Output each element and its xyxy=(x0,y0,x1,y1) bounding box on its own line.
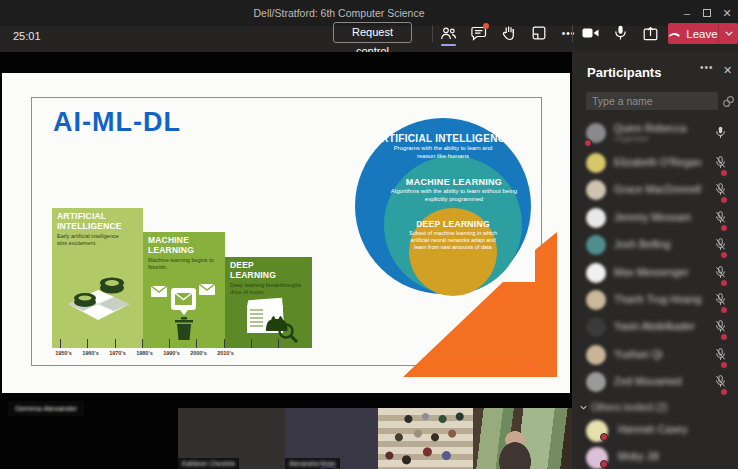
avatar xyxy=(586,153,606,173)
participant-row[interactable]: Grace MacDonnell xyxy=(586,177,726,203)
meeting-timer: 25:01 xyxy=(13,30,41,42)
tile-name-label: Alexandra Moss xyxy=(285,458,340,469)
status-badge xyxy=(720,388,728,396)
participants-panel: Participants ••• ✕ Quinn Rebecca Organis… xyxy=(572,52,738,469)
status-badge xyxy=(720,169,728,177)
avatar xyxy=(586,208,606,228)
status-badge xyxy=(720,361,728,369)
leave-label: Leave xyxy=(686,28,717,40)
participants-panel-title: Participants xyxy=(587,65,661,80)
video-filmstrip: +9 RD AC Kathleen Cheshire AM Alexandra … xyxy=(0,408,572,469)
mic-off-icon[interactable] xyxy=(715,266,726,279)
mic-off-icon[interactable] xyxy=(715,293,726,306)
invited-header-label: Others invited (2) xyxy=(591,402,668,413)
avatar xyxy=(586,235,606,255)
participant-name: Yasin Abdelkader xyxy=(614,320,695,332)
participants-close-icon[interactable]: ✕ xyxy=(723,64,732,77)
tile-am-name: Alexandra Moss xyxy=(289,460,336,467)
invited-section-header[interactable]: Others invited (2) xyxy=(580,402,668,413)
avatar xyxy=(586,372,606,392)
tile-ac-name: Kathleen Cheshire xyxy=(182,460,235,467)
participant-name: Grace MacDonnell xyxy=(614,183,701,195)
participant-name: Yushan Qi xyxy=(614,348,662,360)
participant-name: Hannah Casey xyxy=(618,423,687,435)
participant-name: Josh Belling xyxy=(614,238,671,250)
leave-button[interactable]: Leave xyxy=(668,23,738,44)
participant-name: Elizabeth O'Regan xyxy=(614,156,701,168)
participant-role: Organiser xyxy=(614,134,649,143)
participant-row[interactable]: Quinn Rebecca Organiser xyxy=(586,120,726,146)
participant-row[interactable]: Josh Belling xyxy=(586,232,726,258)
share-screen-icon[interactable] xyxy=(642,25,659,42)
tile-name-label: Kathleen Cheshire xyxy=(178,458,239,469)
mic-off-icon[interactable] xyxy=(715,238,726,251)
participant-name: Moby Jill xyxy=(618,450,659,462)
teams-meeting-window: Dell/Stratford: 6th Computer Science – ✕… xyxy=(0,0,738,469)
invited-row[interactable]: Hannah Casey xyxy=(586,417,726,443)
avatar xyxy=(586,263,606,283)
camera-icon[interactable] xyxy=(582,25,599,42)
leave-button-main[interactable]: Leave xyxy=(668,28,718,40)
shared-screen: AI-ML-DL ARTIFICIAL INTELLIGENCE Early a… xyxy=(2,73,570,393)
section-chevron-icon xyxy=(580,405,587,410)
breakout-rooms-icon[interactable] xyxy=(530,25,547,42)
more-options-icon[interactable]: ••• xyxy=(560,25,577,42)
status-badge xyxy=(720,196,728,204)
presenter-name: Gemma Alexander xyxy=(15,404,77,413)
participant-name: Thanh Trug Hoang xyxy=(614,293,702,305)
status-badge xyxy=(600,433,608,441)
participant-name: Zed Mouamed xyxy=(614,375,682,387)
participants-menu-icon[interactable]: ••• xyxy=(700,62,714,73)
status-badge xyxy=(720,333,728,341)
participant-row[interactable]: Thanh Trug Hoang xyxy=(586,287,726,313)
presentation-stage: AI-ML-DL ARTIFICIAL INTELLIGENCE Early a… xyxy=(0,52,572,469)
request-control-button[interactable]: Request control xyxy=(333,22,412,43)
presenter-name-label: Gemma Alexander xyxy=(8,401,84,416)
avatar xyxy=(586,345,606,365)
participant-row[interactable]: Yasin Abdelkader xyxy=(586,314,726,340)
chat-notification-dot xyxy=(483,23,489,29)
mic-off-icon[interactable] xyxy=(715,183,726,196)
toolbar-divider-2 xyxy=(572,25,573,42)
leave-options-chevron[interactable] xyxy=(719,31,738,36)
toolbar-icon-group: ••• xyxy=(440,22,577,44)
invited-row[interactable]: Moby Jill xyxy=(586,444,726,469)
hangup-icon xyxy=(668,31,681,37)
slide-boundary xyxy=(31,97,542,366)
microphone-icon[interactable] xyxy=(612,25,629,42)
mic-off-icon[interactable] xyxy=(715,348,726,361)
mic-on-icon[interactable] xyxy=(715,126,726,139)
chat-icon[interactable] xyxy=(470,25,487,42)
status-badge xyxy=(720,306,728,314)
raise-hand-icon[interactable] xyxy=(500,25,517,42)
participants-icon[interactable] xyxy=(440,25,457,42)
mic-off-icon[interactable] xyxy=(715,156,726,169)
copy-link-icon[interactable] xyxy=(722,95,735,108)
mic-off-icon[interactable] xyxy=(715,375,726,388)
avatar xyxy=(586,290,606,310)
participant-row[interactable]: Jeremy Messam xyxy=(586,205,726,231)
video-tile-am[interactable]: AM Alexandra Moss xyxy=(285,408,378,469)
status-badge xyxy=(584,139,592,147)
participant-name: Max Messenger xyxy=(614,266,689,278)
participant-name: Jeremy Messam xyxy=(614,211,691,223)
search-input[interactable] xyxy=(586,92,718,110)
status-badge xyxy=(600,460,608,468)
status-badge xyxy=(720,224,728,232)
status-badge xyxy=(720,251,728,259)
participant-row[interactable]: Zed Mouamed xyxy=(586,369,726,395)
device-icon-group xyxy=(582,22,659,44)
participant-name: Quinn Rebecca xyxy=(614,122,686,134)
mic-off-icon[interactable] xyxy=(715,211,726,224)
video-tile-ac[interactable]: AC Kathleen Cheshire xyxy=(178,408,285,469)
video-tile-person[interactable] xyxy=(473,408,573,469)
avatar xyxy=(586,180,606,200)
active-tab-underline xyxy=(441,44,456,46)
participant-row[interactable]: Yushan Qi xyxy=(586,342,726,368)
status-badge xyxy=(720,279,728,287)
toolbar-divider xyxy=(432,25,433,42)
mic-off-icon[interactable] xyxy=(715,320,726,333)
participant-row[interactable]: Max Messenger xyxy=(586,260,726,286)
video-tile-classroom[interactable] xyxy=(378,408,473,469)
participant-row[interactable]: Elizabeth O'Regan xyxy=(586,150,726,176)
